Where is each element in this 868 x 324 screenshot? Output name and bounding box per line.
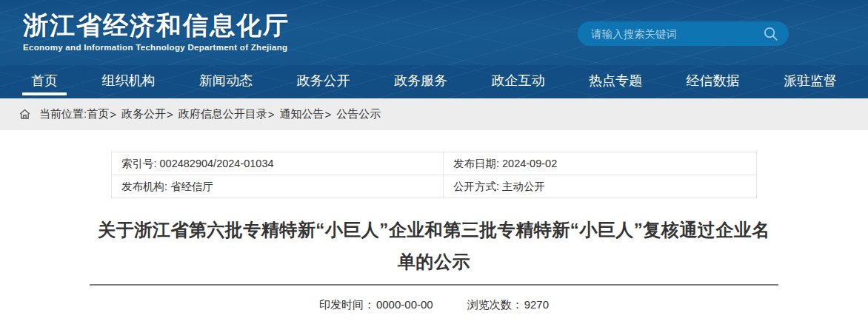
info-cell-publisher: 发布机构:省经信厅 — [112, 175, 444, 198]
site-title: 浙江省经济和信息化厅 — [23, 10, 290, 41]
breadcrumb-separator: > — [268, 108, 275, 121]
info-label: 发布机构: — [121, 180, 167, 192]
title-divider — [90, 284, 778, 286]
breadcrumb-item-home[interactable]: 首页 — [87, 107, 109, 121]
nav-item-organization[interactable]: 组织机构 — [93, 65, 164, 98]
nav-item-news[interactable]: 新闻动态 — [190, 65, 261, 98]
breadcrumb-item-gov-disclosure[interactable]: 政务公开 — [121, 107, 166, 121]
breadcrumb-prefix: 当前位置: — [39, 107, 87, 121]
info-value: 002482904/2024-01034 — [160, 158, 274, 169]
info-label: 索引号: — [121, 158, 157, 169]
home-icon — [19, 108, 32, 121]
nav-item-supervision[interactable]: 派驻监督 — [775, 65, 846, 98]
nav-item-data[interactable]: 经信数据 — [678, 65, 749, 98]
site-logo[interactable]: 浙江省经济和信息化厅 Economy and Information Techn… — [23, 10, 290, 52]
breadcrumb: 当前位置: 首页 > 政务公开 > 政府信息公开目录 > 通知公告 > 公告公示 — [0, 98, 868, 130]
breadcrumb-separator: > — [110, 108, 116, 121]
nav-item-gov-disclosure[interactable]: 政务公开 — [288, 65, 359, 98]
main-nav: 首页 组织机构 新闻动态 政务公开 政务服务 政企互动 热点专题 经信数据 派驻… — [0, 65, 868, 98]
breadcrumb-item-info-directory[interactable]: 政府信息公开目录 — [178, 107, 267, 121]
table-row: 发布机构:省经信厅 公开方式:主动公开 — [112, 175, 757, 198]
print-date-label: 印发时间： — [319, 298, 375, 312]
breadcrumb-separator: > — [324, 108, 331, 121]
search-input[interactable] — [591, 28, 762, 40]
nav-item-interaction[interactable]: 政企互动 — [483, 65, 554, 98]
breadcrumb-item-announcements[interactable]: 公告公示 — [336, 107, 381, 121]
nav-item-home[interactable]: 首页 — [22, 65, 67, 98]
document-info-table: 索引号:002482904/2024-01034 发布日期:2024-09-02… — [111, 152, 757, 198]
site-subtitle: Economy and Information Technology Depar… — [23, 43, 290, 52]
info-value: 2024-09-02 — [502, 158, 557, 169]
info-cell-disclosure-method: 公开方式:主动公开 — [444, 175, 757, 198]
info-label: 公开方式: — [453, 180, 499, 192]
print-date: 印发时间： 0000-00-00 — [319, 298, 433, 312]
article-content: 索引号:002482904/2024-01034 发布日期:2024-09-02… — [0, 152, 868, 312]
document-meta: 印发时间： 0000-00-00 浏览次数： 9270 — [0, 298, 868, 312]
info-cell-index-number: 索引号:002482904/2024-01034 — [112, 152, 444, 175]
breadcrumb-separator: > — [167, 108, 173, 121]
info-value: 主动公开 — [502, 180, 545, 192]
nav-item-hot-topics[interactable]: 热点专题 — [580, 65, 651, 98]
info-cell-publish-date: 发布日期:2024-09-02 — [444, 152, 757, 175]
info-label: 发布日期: — [453, 158, 499, 169]
breadcrumb-item-notices[interactable]: 通知公告 — [279, 107, 324, 121]
print-date-value: 0000-00-00 — [376, 298, 433, 312]
search-box[interactable] — [578, 21, 789, 46]
document-title: 关于浙江省第六批专精特新“小巨人”企业和第三批专精特新“小巨人”复核通过企业名单… — [92, 214, 776, 277]
view-count-value: 9270 — [524, 298, 549, 312]
nav-item-gov-services[interactable]: 政务服务 — [385, 65, 456, 98]
table-row: 索引号:002482904/2024-01034 发布日期:2024-09-02 — [112, 152, 757, 175]
site-header: 浙江省经济和信息化厅 Economy and Information Techn… — [0, 0, 868, 65]
search-icon[interactable] — [762, 26, 778, 42]
view-count-label: 浏览次数： — [467, 298, 523, 312]
view-count: 浏览次数： 9270 — [467, 298, 549, 312]
info-value: 省经信厅 — [170, 180, 213, 192]
